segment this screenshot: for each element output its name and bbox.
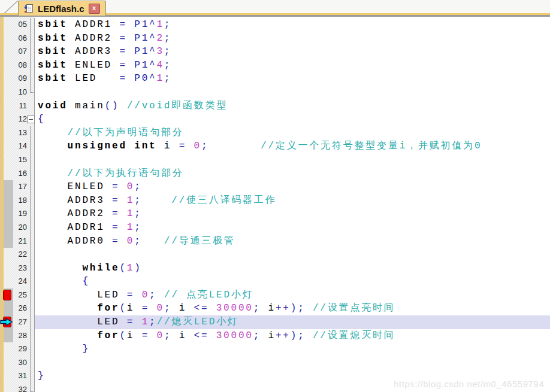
code-line[interactable]: 18 ADDR3 = 1; //使三八译码器工作: [0, 194, 550, 208]
breakpoint-margin[interactable]: [4, 18, 13, 32]
code-cell[interactable]: sbit ADDR3 = P1^3;: [34, 45, 550, 59]
code-line[interactable]: 21 ADDR0 = 0; //导通三极管: [0, 235, 550, 248]
breakpoint-margin[interactable]: [4, 369, 13, 383]
code-cell[interactable]: for(i = 0; i <= 30000; i++); //设置熄灭时间: [34, 329, 550, 343]
fold-guide-line: [30, 288, 31, 302]
breakpoint-margin[interactable]: [4, 248, 13, 262]
breakpoint-margin[interactable]: [4, 153, 13, 167]
breakpoint-margin[interactable]: [4, 329, 13, 343]
breakpoint-margin[interactable]: [4, 72, 13, 86]
breakpoint-margin[interactable]: [4, 302, 13, 315]
code-line[interactable]: 13 //以下为声明语句部分: [0, 126, 550, 140]
breakpoint-margin[interactable]: [4, 194, 13, 208]
code-cell[interactable]: while(1): [34, 262, 550, 275]
tab-ledflash[interactable]: LEDflash.c x: [18, 1, 106, 16]
code-line[interactable]: 19 ADDR2 = 1;: [0, 207, 550, 221]
breakpoint-margin[interactable]: [4, 221, 13, 235]
code-cell[interactable]: }: [34, 342, 550, 356]
code-line[interactable]: 27 LED = 1;//熄灭LED小灯: [0, 315, 550, 329]
code-line[interactable]: 15: [0, 153, 550, 167]
code-cell[interactable]: sbit LED = P0^1;: [34, 72, 550, 86]
code-line[interactable]: 22: [0, 248, 550, 262]
code-cell[interactable]: //以下为执行语句部分: [34, 167, 550, 181]
breakpoint-margin[interactable]: [4, 126, 13, 140]
breakpoint-marker[interactable]: [3, 290, 11, 300]
close-tab-button[interactable]: x: [89, 4, 100, 14]
code-line[interactable]: 05sbit ADDR1 = P1^1;: [0, 18, 550, 32]
code-line[interactable]: 24 {: [0, 275, 550, 288]
fold-guide-line: [30, 262, 31, 275]
line-number: 25: [13, 288, 27, 302]
code-line[interactable]: 20 ADDR1 = 1;: [0, 221, 550, 235]
code-line[interactable]: 29 }: [0, 342, 550, 356]
fold-guide-line: [30, 194, 31, 208]
breakpoint-margin[interactable]: [4, 59, 13, 72]
code-line[interactable]: 16 //以下为执行语句部分: [0, 167, 550, 181]
code-cell[interactable]: sbit ENLED = P1^4;: [34, 59, 550, 72]
code-cell[interactable]: LED = 1;//熄灭LED小灯: [34, 315, 550, 329]
line-number: 20: [13, 221, 27, 235]
code-line[interactable]: 08sbit ENLED = P1^4;: [0, 59, 550, 72]
breakpoint-margin[interactable]: [4, 45, 13, 59]
code-line[interactable]: 14 unsigned int i = 0; //定义一个无符号整型变量i，并赋…: [0, 139, 550, 153]
code-line[interactable]: 30: [0, 356, 550, 370]
code-cell[interactable]: ADDR1 = 1;: [34, 221, 550, 235]
code-text: ADDR0 = 0; //导通三极管: [35, 235, 550, 248]
breakpoint-margin[interactable]: [4, 262, 13, 275]
breakpoint-margin[interactable]: [4, 342, 13, 356]
code-line[interactable]: 10: [0, 86, 550, 99]
code-cell[interactable]: unsigned int i = 0; //定义一个无符号整型变量i，并赋初值为…: [34, 139, 550, 153]
code-text: LED = 1;//熄灭LED小灯: [35, 315, 550, 329]
code-cell[interactable]: void main() //void即函数类型: [34, 99, 550, 113]
code-line[interactable]: 06sbit ADDR2 = P1^2;: [0, 32, 550, 45]
code-cell[interactable]: ADDR3 = 1; //使三八译码器工作: [34, 194, 550, 208]
code-line[interactable]: 25 LED = 0; // 点亮LED小灯: [0, 288, 550, 302]
code-cell[interactable]: //以下为声明语句部分: [34, 126, 550, 140]
code-cell[interactable]: [34, 86, 550, 99]
code-cell[interactable]: [34, 153, 550, 167]
fold-column: [27, 18, 34, 32]
fold-column: [27, 248, 34, 262]
code-line[interactable]: 28 for(i = 0; i <= 30000; i++); //设置熄灭时间: [0, 329, 550, 343]
breakpoint-margin[interactable]: [4, 32, 13, 45]
breakpoint-margin[interactable]: [4, 139, 13, 153]
breakpoint-margin[interactable]: [4, 99, 13, 113]
code-editor[interactable]: 05sbit ADDR1 = P1^1;06sbit ADDR2 = P1^2;…: [0, 17, 550, 392]
breakpoint-margin[interactable]: [4, 167, 13, 181]
code-rows: 05sbit ADDR1 = P1^1;06sbit ADDR2 = P1^2;…: [0, 17, 550, 392]
breakpoint-margin[interactable]: [4, 275, 13, 288]
line-number: 09: [13, 72, 27, 86]
code-cell[interactable]: sbit ADDR2 = P1^2;: [34, 32, 550, 45]
code-line[interactable]: 26 for(i = 0; i <= 30000; i++); //设置点亮时间: [0, 302, 550, 315]
code-cell[interactable]: sbit ADDR1 = P1^1;: [34, 18, 550, 32]
breakpoint-margin[interactable]: [4, 207, 13, 221]
breakpoint-margin[interactable]: [4, 235, 13, 248]
code-line[interactable]: 17 ENLED = 0;: [0, 180, 550, 194]
code-cell[interactable]: ADDR2 = 1;: [34, 207, 550, 221]
code-cell[interactable]: ADDR0 = 0; //导通三极管: [34, 235, 550, 248]
breakpoint-margin[interactable]: [4, 288, 13, 302]
code-cell[interactable]: {: [34, 113, 550, 126]
breakpoint-margin[interactable]: [4, 113, 13, 126]
fold-toggle-icon[interactable]: [27, 116, 35, 123]
code-cell[interactable]: ENLED = 0;: [34, 180, 550, 194]
code-line[interactable]: 09sbit LED = P0^1;: [0, 72, 550, 86]
breakpoint-margin[interactable]: [4, 180, 13, 194]
fold-column: [27, 329, 34, 343]
code-cell[interactable]: LED = 0; // 点亮LED小灯: [34, 288, 550, 302]
breakpoint-margin[interactable]: [4, 383, 13, 392]
line-number: 27: [13, 315, 27, 329]
breakpoint-margin[interactable]: [4, 315, 13, 329]
code-cell[interactable]: [34, 248, 550, 262]
code-line[interactable]: 07sbit ADDR3 = P1^3;: [0, 45, 550, 59]
code-cell[interactable]: for(i = 0; i <= 30000; i++); //设置点亮时间: [34, 302, 550, 315]
code-line[interactable]: 23 while(1): [0, 262, 550, 275]
breakpoint-margin[interactable]: [4, 86, 13, 99]
code-line[interactable]: 12{: [0, 113, 550, 126]
fold-guide-line: [30, 315, 31, 329]
code-text: ADDR2 = 1;: [35, 207, 550, 221]
breakpoint-margin[interactable]: [4, 356, 13, 370]
code-cell[interactable]: [34, 356, 550, 370]
code-cell[interactable]: {: [34, 275, 550, 288]
code-line[interactable]: 11void main() //void即函数类型: [0, 99, 550, 113]
